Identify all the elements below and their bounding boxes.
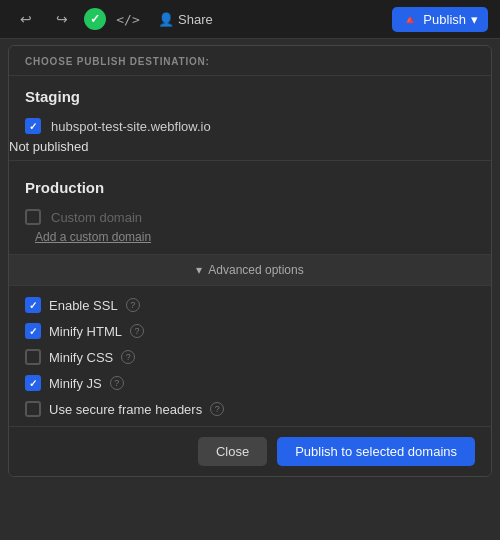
minify-css-label: Minify CSS xyxy=(49,350,113,365)
option-row-minify-html[interactable]: Minify HTML ? xyxy=(9,318,491,344)
advanced-options-toggle[interactable]: ▾ Advanced options xyxy=(9,254,491,286)
share-label: Share xyxy=(178,12,213,27)
ssl-help-icon[interactable]: ? xyxy=(126,298,140,312)
minify-html-checkbox[interactable] xyxy=(25,323,41,339)
minify-css-help-icon[interactable]: ? xyxy=(121,350,135,364)
status-indicator: ✓ xyxy=(84,8,106,30)
share-button[interactable]: 👤 Share xyxy=(150,8,221,31)
panel-header: CHOOSE PUBLISH DESTINATION: xyxy=(9,46,491,76)
code-icon: </> xyxy=(116,12,139,27)
advanced-section: Enable SSL ? Minify HTML ? Minify CSS ? … xyxy=(9,286,491,426)
option-row-minify-css[interactable]: Minify CSS ? xyxy=(9,344,491,370)
secure-frame-checkbox[interactable] xyxy=(25,401,41,417)
publish-button[interactable]: 🔺 Publish ▾ xyxy=(392,7,488,32)
ssl-checkbox[interactable] xyxy=(25,297,41,313)
chevron-down-icon: ▾ xyxy=(196,263,202,277)
minify-html-label: Minify HTML xyxy=(49,324,122,339)
publish-label: Publish xyxy=(423,12,466,27)
redo-icon: ↪ xyxy=(56,11,68,27)
staging-checkbox[interactable] xyxy=(25,118,41,134)
minify-css-checkbox[interactable] xyxy=(25,349,41,365)
production-section: Production Custom domain Add a custom do… xyxy=(9,167,491,244)
add-domain-link[interactable]: Add a custom domain xyxy=(35,230,491,244)
undo-icon: ↩ xyxy=(20,11,32,27)
secure-frame-help-icon[interactable]: ? xyxy=(210,402,224,416)
publish-dropdown: CHOOSE PUBLISH DESTINATION: Staging hubs… xyxy=(8,45,492,477)
custom-domain-label: Custom domain xyxy=(51,210,142,225)
ssl-label: Enable SSL xyxy=(49,298,118,313)
secure-frame-label: Use secure frame headers xyxy=(49,402,202,417)
advanced-toggle-label: Advanced options xyxy=(208,263,303,277)
redo-button[interactable]: ↪ xyxy=(48,5,76,33)
option-row-ssl[interactable]: Enable SSL ? xyxy=(9,292,491,318)
panel-footer: Close Publish to selected domains xyxy=(9,426,491,476)
code-button[interactable]: </> xyxy=(114,5,142,33)
option-row-minify-js[interactable]: Minify JS ? xyxy=(9,370,491,396)
staging-checkbox-row[interactable]: hubspot-test-site.webflow.io xyxy=(9,113,491,139)
staging-title: Staging xyxy=(9,76,491,113)
production-checkbox-row[interactable]: Custom domain xyxy=(9,204,491,230)
publish-icon: 🔺 xyxy=(402,12,418,27)
staging-section: Staging hubspot-test-site.webflow.io Not… xyxy=(9,76,491,154)
section-divider xyxy=(9,160,491,161)
undo-button[interactable]: ↩ xyxy=(12,5,40,33)
staging-domain: hubspot-test-site.webflow.io xyxy=(51,119,211,134)
publish-domains-button[interactable]: Publish to selected domains xyxy=(277,437,475,466)
chevron-down-icon: ▾ xyxy=(471,12,478,27)
minify-js-help-icon[interactable]: ? xyxy=(110,376,124,390)
production-title: Production xyxy=(9,167,491,204)
toolbar: ↩ ↪ ✓ </> 👤 Share 🔺 Publish ▾ xyxy=(0,0,500,39)
option-row-secure-frame[interactable]: Use secure frame headers ? xyxy=(9,396,491,422)
production-checkbox[interactable] xyxy=(25,209,41,225)
minify-html-help-icon[interactable]: ? xyxy=(130,324,144,338)
close-button[interactable]: Close xyxy=(198,437,267,466)
minify-js-label: Minify JS xyxy=(49,376,102,391)
minify-js-checkbox[interactable] xyxy=(25,375,41,391)
user-icon: 👤 xyxy=(158,12,174,27)
staging-status: Not published xyxy=(9,139,89,154)
